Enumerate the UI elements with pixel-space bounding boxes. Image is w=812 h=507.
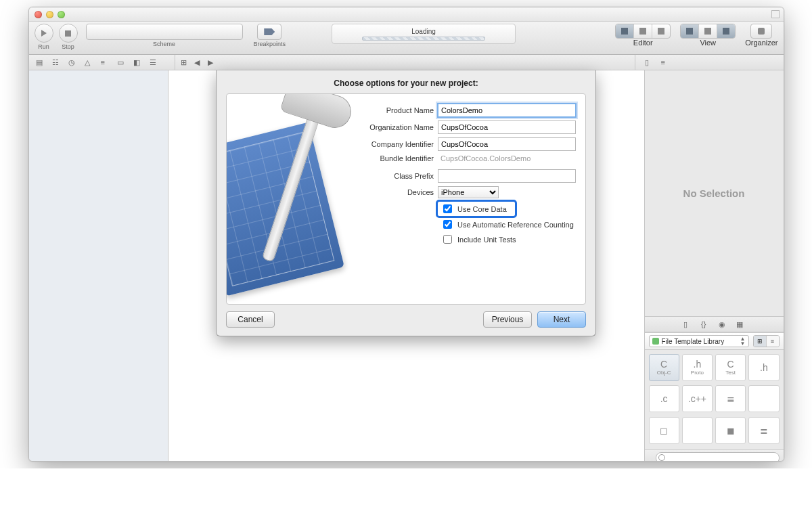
library-tabs: ▯ {} ◉ ▦	[645, 316, 784, 332]
bundle-identifier-value: CupsOfCocoa.ColorsDemo	[438, 154, 576, 162]
library-item-icon: ≣	[727, 394, 735, 403]
quick-help-icon[interactable]: ≡	[661, 58, 669, 66]
next-button[interactable]: Next	[537, 311, 586, 328]
view-label: View	[700, 39, 716, 47]
organization-name-field[interactable]	[438, 120, 576, 134]
library-select-label: File Template Library	[662, 338, 725, 345]
cancel-button[interactable]: Cancel	[226, 311, 275, 328]
library-grid[interactable]: CObj-C.hProtoCTest.h.c.c++≣ ◻ ◼≣	[645, 350, 784, 449]
breakpoint-navigator-icon[interactable]: ◧	[133, 58, 141, 66]
library-item[interactable]	[748, 385, 779, 412]
library-item[interactable]: CObj-C	[649, 354, 679, 381]
library-item[interactable]: ◻	[649, 417, 679, 444]
company-identifier-field[interactable]	[438, 137, 576, 151]
object-library-icon[interactable]: ◉	[719, 320, 727, 328]
file-template-library-icon[interactable]: ▯	[683, 320, 692, 328]
run-button[interactable]	[35, 24, 53, 43]
play-icon	[41, 30, 47, 37]
updown-icon: ▲▼	[740, 336, 746, 346]
library-filter-row	[645, 449, 784, 462]
library-item[interactable]: .h	[748, 354, 779, 381]
breakpoint-icon	[264, 28, 275, 35]
activity-label: Loading	[411, 28, 436, 35]
organization-name-label: Organization Name	[359, 123, 434, 131]
library-item[interactable]: .hProto	[682, 354, 713, 381]
use-core-data-label: Use Core Data	[457, 205, 507, 213]
list-view-button[interactable]: ≡	[767, 336, 779, 347]
library-filter-input[interactable]	[656, 452, 780, 462]
use-arc-checkbox[interactable]	[443, 220, 452, 229]
previous-button[interactable]: Previous	[483, 311, 532, 328]
fullscreen-icon[interactable]	[771, 10, 780, 18]
library-view-toggle[interactable]: ⊞ ≡	[753, 335, 780, 347]
debug-pane-icon	[704, 28, 711, 35]
include-unit-tests-checkbox[interactable]	[443, 235, 452, 244]
use-core-data-checkbox[interactable]	[443, 204, 452, 213]
run-label: Run	[38, 43, 49, 50]
scheme-selector[interactable]	[86, 24, 243, 40]
library-item[interactable]	[682, 417, 713, 444]
grid-view-button[interactable]: ⊞	[754, 336, 767, 347]
toggle-utilities-button[interactable]	[717, 24, 735, 38]
company-identifier-label: Company Identifier	[359, 140, 434, 148]
include-unit-tests-row[interactable]: Include Unit Tests	[441, 233, 576, 246]
issue-navigator-icon[interactable]: △	[85, 58, 93, 66]
project-navigator-icon[interactable]: ▤	[36, 58, 44, 66]
library-select[interactable]: File Template Library ▲▼	[649, 335, 749, 347]
log-navigator-icon[interactable]: ☰	[150, 58, 158, 66]
activity-viewer: Loading	[332, 24, 516, 44]
bundle-identifier-label: Bundle Identifier	[359, 154, 434, 162]
toggle-navigator-button[interactable]	[681, 24, 698, 38]
library-item[interactable]: ≣	[748, 417, 779, 444]
titlebar	[29, 7, 784, 22]
minimize-window-button[interactable]	[46, 11, 53, 18]
organizer-button[interactable]	[750, 24, 772, 39]
debug-navigator-icon[interactable]: ▭	[117, 58, 125, 66]
sheet-buttons: Cancel Previous Next	[226, 311, 586, 328]
use-arc-row[interactable]: Use Automatic Reference Counting	[441, 218, 576, 231]
toggle-debug-button[interactable]	[698, 24, 717, 38]
version-editor-icon	[658, 28, 664, 35]
version-editor-button[interactable]	[652, 24, 670, 38]
breakpoints-button[interactable]	[257, 24, 281, 40]
sheet-panel: Product Name Organization Name Company I…	[226, 93, 586, 305]
search-navigator-icon[interactable]: ◷	[68, 58, 76, 66]
file-inspector-icon[interactable]: ▯	[645, 58, 653, 66]
activity-progress	[362, 37, 485, 41]
use-core-data-row[interactable]: Use Core Data	[438, 202, 515, 216]
standard-editor-button[interactable]	[616, 24, 633, 38]
toolbar: Run Stop Scheme Breakpoints Loading	[29, 22, 784, 55]
forward-icon[interactable]: ▶	[208, 58, 216, 66]
sheet-title: Choose options for your new project:	[217, 79, 595, 88]
library-item[interactable]: ≣	[715, 385, 746, 412]
symbol-navigator-icon[interactable]: ☷	[52, 58, 60, 66]
code-snippet-library-icon[interactable]: {}	[701, 320, 709, 328]
library-item[interactable]: ◼	[715, 417, 746, 444]
library-item-icon: .c++	[688, 394, 706, 403]
library-selector-row: File Template Library ▲▼ ⊞ ≡	[645, 332, 784, 350]
close-window-button[interactable]	[35, 11, 42, 18]
back-icon[interactable]: ◀	[194, 58, 202, 66]
zoom-window-button[interactable]	[58, 11, 65, 18]
library-item[interactable]: .c++	[682, 385, 713, 412]
media-library-icon[interactable]: ▦	[736, 320, 744, 328]
view-panes-segmented[interactable]	[680, 24, 736, 39]
organizer-label: Organizer	[745, 39, 777, 47]
stop-button[interactable]	[59, 24, 78, 43]
library-item-label: Obj-C	[657, 370, 671, 376]
product-name-field[interactable]	[438, 104, 576, 117]
jump-bar[interactable]: ⊞ ◀ ▶	[175, 55, 635, 70]
devices-select[interactable]: iPhone	[438, 186, 499, 198]
library-item[interactable]: CTest	[715, 354, 746, 381]
inspector-tabs: ▯ ≡	[635, 55, 784, 70]
stop-icon	[65, 30, 71, 37]
library-item[interactable]: .c	[649, 385, 679, 412]
no-selection-label: No Selection	[645, 70, 784, 316]
related-items-icon[interactable]: ⊞	[181, 58, 189, 66]
test-navigator-icon[interactable]: ≡	[101, 58, 109, 66]
new-project-sheet: Choose options for your new project: Pro…	[216, 70, 596, 336]
assistant-editor-button[interactable]	[633, 24, 652, 38]
organizer-icon	[758, 28, 765, 35]
editor-mode-segmented[interactable]	[615, 24, 671, 39]
class-prefix-field[interactable]	[438, 169, 576, 183]
